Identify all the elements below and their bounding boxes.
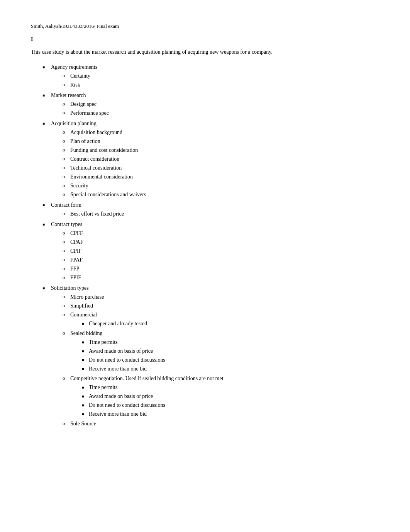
list-item: o Funding and cost consideration bbox=[63, 146, 379, 154]
bullet-o-icon: o bbox=[63, 311, 68, 318]
item-label: Performance spec bbox=[70, 109, 109, 117]
item-label: Sealed bidding bbox=[70, 330, 103, 336]
list-item: o FPIF bbox=[63, 274, 379, 282]
list-item: ■ Contract form o Best effort vs fixed p… bbox=[42, 201, 379, 219]
item-label: Simplified bbox=[70, 302, 93, 310]
item-label: Commercial bbox=[70, 312, 97, 318]
header-line: Smith, Aaliyah/BUL4333/2016/ Final exam bbox=[31, 23, 379, 29]
item-label: Acquisition planning bbox=[51, 121, 97, 126]
item-label: Award made on basis of price bbox=[89, 392, 153, 400]
bullet-icon: ■ bbox=[42, 202, 48, 208]
bullet-o-icon: o bbox=[63, 293, 68, 301]
list-item: ■ Acquisition planning o Acquisition bac… bbox=[42, 119, 379, 199]
bullet-o-icon: o bbox=[63, 146, 68, 154]
bullet-o-icon: o bbox=[63, 229, 68, 237]
bullet-o-icon: o bbox=[63, 265, 68, 272]
bullet-icon: ■ bbox=[42, 121, 48, 126]
bullet-o-icon: o bbox=[63, 256, 68, 263]
list-item: o Special considerations and waivers bbox=[63, 190, 379, 199]
item-label: Solicitation types bbox=[51, 285, 89, 291]
list-item: ■ Award made on basis of price bbox=[82, 347, 379, 355]
bullet-o-icon: o bbox=[63, 173, 68, 180]
sub-sub-list: ■ Time permits ■ Award made on basis of … bbox=[70, 338, 379, 373]
bullet-sq-icon: ■ bbox=[82, 348, 86, 354]
bullet-icon: ■ bbox=[42, 221, 48, 227]
item-label: Receive more than one bid bbox=[89, 365, 147, 373]
list-item: ■ Do not need to conduct discussions bbox=[82, 356, 379, 364]
bullet-o-icon: o bbox=[63, 302, 68, 309]
bullet-o-icon: o bbox=[63, 247, 68, 255]
list-item: ■ Receive more than one bid bbox=[82, 410, 379, 418]
bullet-o-icon: o bbox=[63, 329, 68, 337]
bullet-o-icon: o bbox=[63, 374, 68, 382]
item-label: Contract form bbox=[51, 202, 81, 208]
item-label: CPFF bbox=[70, 229, 83, 237]
item-label: Special considerations and waivers bbox=[70, 190, 146, 199]
sub-sub-list: ■ Cheaper and already tested bbox=[70, 320, 379, 328]
item-label: Market research bbox=[51, 92, 86, 98]
item-label: Plan of action bbox=[70, 137, 100, 145]
header-text: Smith, Aaliyah/BUL4333/2016/ Final exam bbox=[31, 23, 119, 29]
list-item: o Risk bbox=[63, 81, 379, 89]
list-item: ■ Solicitation types o Micro purchase o … bbox=[42, 284, 379, 428]
item-label: Certainty bbox=[70, 72, 90, 80]
bullet-o-icon: o bbox=[63, 182, 68, 189]
item-label: Do not need to conduct discussions bbox=[89, 401, 165, 409]
list-item: o CPAF bbox=[63, 238, 379, 246]
item-label: Technical consideration bbox=[70, 164, 122, 172]
item-label: Acquisition background bbox=[70, 128, 122, 136]
bullet-o-icon: o bbox=[63, 137, 68, 145]
bullet-sq-icon: ■ bbox=[82, 357, 86, 363]
list-item: o Security bbox=[63, 182, 379, 190]
item-label: CPAF bbox=[70, 238, 83, 246]
list-item: o Sole Source bbox=[63, 420, 379, 428]
sub-list: o Acquisition background o Plan of actio… bbox=[51, 128, 379, 199]
outline-list: ■ Agency requirements o Certainty o Risk… bbox=[31, 63, 379, 428]
bullet-o-icon: o bbox=[63, 81, 68, 88]
list-item: o Simplified bbox=[63, 302, 379, 310]
list-item: o Contract consideration bbox=[63, 155, 379, 163]
item-label: Competitive negotiation. Used if sealed … bbox=[70, 376, 224, 381]
list-item: o Micro purchase bbox=[63, 293, 379, 301]
bullet-o-icon: o bbox=[63, 238, 68, 246]
list-item: o Acquisition background bbox=[63, 128, 379, 136]
list-item: ■ Receive more than one bid bbox=[82, 365, 379, 373]
bullet-sq-icon: ■ bbox=[82, 402, 86, 408]
item-label: Funding and cost consideration bbox=[70, 146, 138, 154]
item-label: Design spec bbox=[70, 100, 97, 108]
item-label: FPAF bbox=[70, 256, 83, 264]
item-label: Time permits bbox=[89, 383, 118, 391]
list-item: o Commercial ■ Cheaper and already teste… bbox=[63, 311, 379, 328]
bullet-o-icon: o bbox=[63, 72, 68, 80]
intro-paragraph: This case study is about the market rese… bbox=[31, 48, 379, 56]
bullet-o-icon: o bbox=[63, 164, 68, 172]
sub-sub-list: ■ Time permits ■ Award made on basis of … bbox=[70, 383, 379, 418]
list-item: o Environmental consideration bbox=[63, 173, 379, 181]
list-item: o Certainty bbox=[63, 72, 379, 80]
list-item: o CPIF bbox=[63, 247, 379, 255]
item-label: FPIF bbox=[70, 274, 81, 282]
bullet-o-icon: o bbox=[63, 109, 68, 117]
sub-list: o Micro purchase o Simplified o Commerci… bbox=[51, 293, 379, 428]
item-label: Micro purchase bbox=[70, 293, 104, 301]
list-item: ■ Time permits bbox=[82, 383, 379, 391]
sub-list: o Certainty o Risk bbox=[51, 72, 379, 89]
list-item: ■ Time permits bbox=[82, 338, 379, 346]
list-item: o Best effort vs fixed price bbox=[63, 210, 379, 218]
list-item: o Technical consideration bbox=[63, 164, 379, 172]
sub-list: o Best effort vs fixed price bbox=[51, 210, 379, 218]
item-label: Agency requirements bbox=[51, 64, 97, 70]
list-item: ■ Contract types o CPFF o CPAF o CPIF o bbox=[42, 220, 379, 282]
bullet-o-icon: o bbox=[63, 274, 68, 281]
list-item: ■ Do not need to conduct discussions bbox=[82, 401, 379, 409]
list-item: ■ Agency requirements o Certainty o Risk bbox=[42, 63, 379, 90]
bullet-sq-icon: ■ bbox=[82, 393, 86, 399]
list-item: ■ Market research o Design spec o Perfor… bbox=[42, 91, 379, 118]
item-label: Contract types bbox=[51, 221, 82, 227]
item-label: Environmental consideration bbox=[70, 173, 133, 181]
list-item: o Performance spec bbox=[63, 109, 379, 117]
bullet-icon: ■ bbox=[42, 285, 48, 291]
bullet-o-icon: o bbox=[63, 420, 68, 427]
bullet-sq-icon: ■ bbox=[82, 384, 86, 390]
item-label: FFP bbox=[70, 265, 79, 273]
